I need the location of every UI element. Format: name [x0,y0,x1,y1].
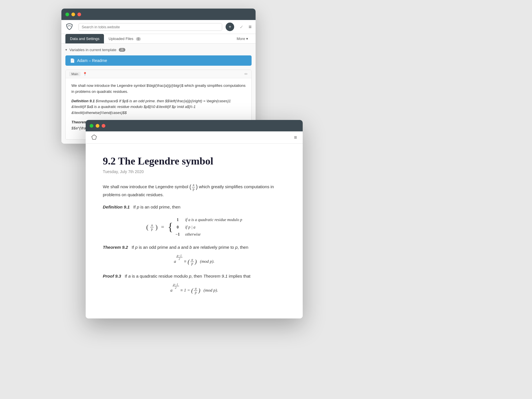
definition-label: Definition 9.1 [103,204,130,209]
close-paren: ) [196,184,198,190]
theorem-lhs: ap−12 ≡ ( ap ) (mod p). [174,259,214,264]
proof-paragraph: Proof 9.3 If a is a quadratic residue mo… [103,272,286,280]
file-icon: 📄 [70,58,75,63]
variables-label: Variables in current template [69,48,117,52]
theorem-formula: ap−12 ≡ ( ap ) (mod p). [103,257,286,267]
variables-count-badge: 26 [119,48,125,52]
article-date: Tuesday, July 7th 2020 [103,169,286,174]
big-close-paren: ) [155,224,158,230]
cases-table: 1 if a is a quadratic residue modulo p 0… [175,216,242,238]
content-toolbar: Main 📍 ✏ [66,70,251,78]
open-paren: ( [189,184,191,190]
case-1: 1 if a is a quadratic residue modulo p [175,216,242,223]
menu-button[interactable]: ≡ [248,24,252,30]
fraction-main: a p [150,223,154,231]
titlebar-back [61,9,256,20]
dot-red-front[interactable] [102,124,105,128]
rendered-window: ⬠ ≡ 9.2 The Legendre symbol Tuesday, Jul… [86,120,303,318]
equals-sign: = [161,222,164,232]
editor-logo [65,22,73,31]
content-definition: Definition 9.1 $\medspace$ If $p$ is an … [71,98,246,116]
dot-yellow-front[interactable] [96,124,99,128]
case-2: 0 if p | a [175,224,242,231]
dot-yellow[interactable] [71,13,75,16]
search-input[interactable] [79,23,222,31]
proof-formula: ap−12 ≡ 1 = ( ap ) (mod p). [103,286,286,296]
front-logo-icon: ⬠ [91,134,97,141]
cases-formula: ( a p ) = { 1 if a is a quadratic residu… [103,216,286,238]
edit-icon[interactable]: ✏ [244,72,248,76]
fraction-a-p: a p [192,183,195,191]
proof-label: Proof 9.3 [103,274,121,278]
proof-formula-text: ap−12 ≡ 1 = ( ap ) (mod p). [170,288,218,292]
pin-icon: 📍 [83,72,87,76]
theorem-label: Theorem 9.2 [103,245,128,250]
content-toolbar-left: Main 📍 [69,72,87,76]
front-content: 9.2 The Legendre symbol Tuesday, July 7t… [86,144,303,318]
front-toolbar: ⬠ ≡ [86,131,303,144]
big-open-paren: ( [146,224,148,230]
tab-data-settings[interactable]: Data and Settings [65,34,104,43]
more-button[interactable]: More ▾ [233,35,252,43]
dot-green-front[interactable] [90,124,93,128]
add-button[interactable]: + [226,23,234,31]
dot-green[interactable] [65,13,69,16]
definition-paragraph: Definition 9.1 If p is an odd prime, the… [103,203,286,211]
editor-toolbar: + ✓ ≡ [61,20,256,34]
tab-uploaded-files[interactable]: Uploaded Files 0 [104,34,145,43]
case-3: −1 otherwise [175,231,242,238]
dot-red[interactable] [77,13,81,16]
chevron-icon: ▾ [65,48,67,52]
variables-section[interactable]: ▾ Variables in current template 26 [65,48,252,52]
check-button[interactable]: ✓ [238,23,245,31]
front-menu-icon[interactable]: ≡ [294,135,297,141]
main-tag: Main [69,72,81,76]
titlebar-front [86,120,303,131]
cases-brace: { [168,221,173,233]
article-title: 9.2 The Legendre symbol [103,155,286,167]
intro-paragraph: We shall now introduce the Legendre symb… [103,183,286,198]
legendre-symbol-inline: ( a p ) [189,183,198,191]
file-bar[interactable]: 📄 Adam – Readme [65,55,252,66]
editor-tabs: Data and Settings Uploaded Files 0 More … [61,34,256,44]
uploaded-files-badge: 0 [136,37,141,41]
article-body: We shall now introduce the Legendre symb… [103,183,286,296]
theorem-paragraph: Theorem 9.2 If p is an odd prime and a a… [103,244,286,251]
content-para-1: We shall now introduce the Legendre symb… [71,83,246,95]
file-label: Adam – Readme [77,58,107,63]
